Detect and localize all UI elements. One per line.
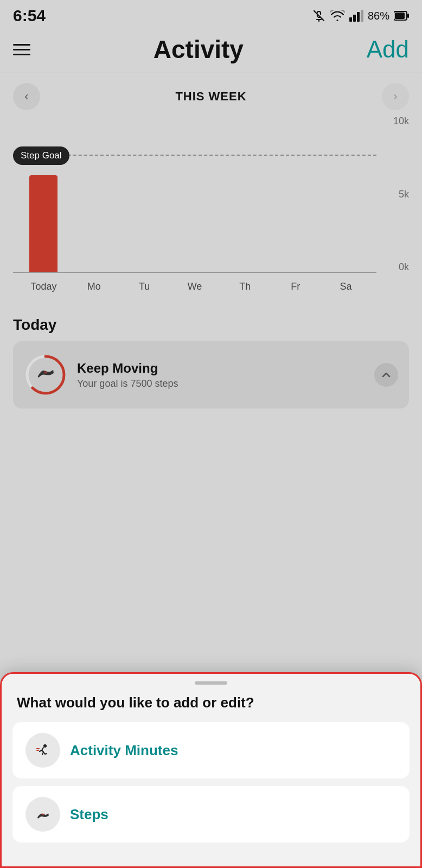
bar-chart: 10k 5k 0k Step Goal Today Mo Tu We — [13, 116, 409, 300]
status-icons: 86% — [312, 9, 409, 22]
bar-today-fill — [29, 175, 57, 273]
today-section: Today Keep Moving Your goal is 7500 step… — [0, 311, 422, 417]
week-label: THIS WEEK — [175, 90, 246, 104]
steps-item[interactable]: Steps — [12, 786, 410, 843]
activity-minutes-icon — [25, 733, 60, 768]
svg-rect-5 — [395, 12, 405, 19]
x-label-tu: Tu — [119, 281, 170, 292]
keep-moving-title: Keep Moving — [77, 361, 365, 376]
prev-week-button[interactable]: ‹ — [13, 83, 40, 110]
y-axis-labels: 10k 5k 0k — [379, 116, 409, 273]
steps-icon — [25, 797, 60, 832]
wifi-icon — [330, 10, 345, 22]
svg-rect-0 — [349, 17, 352, 22]
battery-label: 86% — [368, 10, 389, 22]
activity-minutes-label: Activity Minutes — [70, 742, 178, 759]
next-week-button[interactable]: › — [382, 83, 409, 110]
status-bar: 6:54 86% — [0, 0, 422, 29]
svg-rect-1 — [353, 15, 356, 22]
signal-icon — [349, 10, 363, 22]
svg-point-13 — [42, 814, 44, 815]
x-label-fr: Fr — [270, 281, 321, 292]
today-label: Today — [13, 316, 409, 334]
steps-label: Steps — [70, 806, 108, 823]
page-title: Activity — [154, 35, 244, 64]
sheet-title: What would you like to add or edit? — [2, 694, 420, 722]
shoe-icon-container — [24, 353, 67, 397]
x-label-sa: Sa — [321, 281, 371, 292]
bar-today — [18, 175, 69, 273]
svg-rect-6 — [407, 14, 409, 18]
activity-minutes-item[interactable]: Activity Minutes — [12, 722, 410, 778]
chart-section: ‹ THIS WEEK › 10k 5k 0k Step Goal — [0, 73, 422, 311]
y-label-0k: 0k — [399, 261, 409, 273]
keep-moving-chevron[interactable] — [374, 363, 398, 387]
x-label-mo: Mo — [69, 281, 119, 292]
x-label-th: Th — [220, 281, 270, 292]
x-label-we: We — [170, 281, 220, 292]
svg-rect-2 — [357, 12, 360, 22]
y-label-10k: 10k — [393, 116, 409, 127]
week-navigation: ‹ THIS WEEK › — [13, 73, 409, 116]
svg-point-9 — [44, 372, 47, 374]
y-label-5k: 5k — [399, 189, 409, 200]
bars-area — [13, 116, 376, 273]
svg-point-11 — [43, 744, 47, 748]
header: Activity Add — [0, 29, 422, 73]
keep-moving-subtitle: Your goal is 7500 steps — [77, 378, 365, 390]
status-time: 6:54 — [13, 7, 46, 25]
keep-moving-text: Keep Moving Your goal is 7500 steps — [77, 361, 365, 390]
x-label-today: Today — [18, 281, 69, 292]
shoe-icon — [36, 366, 55, 385]
menu-icon[interactable] — [13, 44, 30, 55]
sheet-handle — [195, 681, 227, 685]
battery-icon — [394, 11, 409, 21]
keep-moving-card[interactable]: Keep Moving Your goal is 7500 steps — [13, 341, 409, 409]
bottom-sheet: What would you like to add or edit? Acti… — [0, 672, 422, 868]
mute-icon — [312, 9, 325, 22]
x-axis-labels: Today Mo Tu We Th Fr Sa — [13, 273, 376, 300]
svg-rect-3 — [361, 10, 363, 22]
add-button[interactable]: Add — [367, 37, 409, 61]
